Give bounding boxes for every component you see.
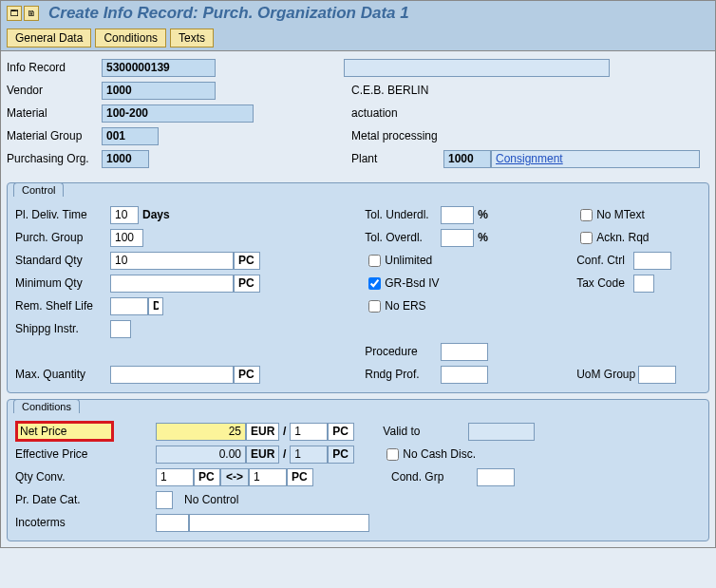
tol-overdl-input[interactable] bbox=[441, 229, 474, 247]
max-qty-input[interactable] bbox=[110, 366, 234, 384]
unlimited-check[interactable] bbox=[368, 255, 381, 267]
tab-texts[interactable]: Texts bbox=[170, 28, 214, 47]
procedure-input[interactable] bbox=[441, 343, 488, 361]
control-panel-title: Control bbox=[13, 182, 64, 197]
info-record-label: Info Record bbox=[7, 61, 102, 74]
qty-conv-unit-1[interactable] bbox=[194, 468, 220, 486]
qty-conv-2[interactable] bbox=[249, 468, 287, 486]
purch-group-label: Purch. Group bbox=[15, 231, 110, 244]
pct-unit-1: % bbox=[478, 208, 488, 221]
pr-date-cat-input[interactable] bbox=[156, 491, 173, 509]
no-control-text: No Control bbox=[184, 493, 238, 506]
conditions-panel: Conditions Net Price / Valid to Effectiv… bbox=[7, 399, 709, 541]
cond-grp-label: Cond. Grp bbox=[391, 470, 477, 484]
pr-date-cat-label: Pr. Date Cat. bbox=[15, 493, 156, 506]
min-qty-input[interactable] bbox=[110, 275, 234, 293]
no-cash-disc-label: No Cash Disc. bbox=[403, 447, 476, 461]
net-price-per[interactable] bbox=[290, 423, 328, 441]
qty-conv-unit-2[interactable] bbox=[287, 468, 313, 486]
tol-underdl-label: Tol. Underdl. bbox=[365, 208, 441, 221]
min-qty-unit[interactable] bbox=[234, 275, 260, 293]
std-qty-input[interactable] bbox=[110, 252, 234, 270]
material-field: 100-200 bbox=[102, 104, 254, 123]
shipg-instr-input[interactable] bbox=[110, 320, 131, 338]
ackn-label: Ackn. Rqd bbox=[596, 231, 649, 244]
conf-ctrl-input[interactable] bbox=[633, 252, 671, 270]
nomtext-check[interactable] bbox=[580, 209, 593, 221]
tol-overdl-label: Tol. Overdl. bbox=[365, 231, 441, 244]
grbsd-label: GR-Bsd IV bbox=[385, 276, 439, 290]
qty-conv-1[interactable] bbox=[156, 468, 194, 486]
days-unit: Days bbox=[142, 208, 170, 221]
effective-price-label: Effective Price bbox=[15, 447, 156, 461]
plant-label: Plant bbox=[344, 152, 443, 165]
vendor-label: Vendor bbox=[7, 84, 102, 97]
procedure-label: Procedure bbox=[365, 345, 441, 358]
plant-field: 1000 bbox=[443, 150, 491, 168]
incoterms-text-input[interactable] bbox=[189, 514, 369, 532]
purch-group-input[interactable] bbox=[110, 229, 143, 247]
ackn-check[interactable] bbox=[580, 232, 593, 244]
qty-conv-label: Qty Conv. bbox=[15, 470, 156, 484]
plant-type-link[interactable]: Consignment bbox=[491, 150, 700, 168]
vendor-field: 1000 bbox=[102, 82, 216, 100]
grbsd-check[interactable] bbox=[368, 277, 381, 290]
shelf-life-input[interactable] bbox=[110, 297, 148, 315]
tol-underdl-input[interactable] bbox=[441, 206, 474, 224]
max-qty-unit[interactable] bbox=[234, 366, 260, 384]
title-bar: 🗔 🗎 Create Info Record: Purch. Organizat… bbox=[1, 1, 715, 26]
cond-grp-input[interactable] bbox=[477, 468, 515, 486]
deliv-time-input[interactable] bbox=[110, 206, 139, 224]
effective-price-unit: PC bbox=[328, 446, 354, 464]
unlimited-label: Unlimited bbox=[385, 254, 432, 267]
pct-unit-2: % bbox=[478, 231, 488, 244]
page-title: Create Info Record: Purch. Organization … bbox=[48, 4, 409, 23]
max-qty-label: Max. Quantity bbox=[15, 368, 110, 381]
deliv-time-label: Pl. Deliv. Time bbox=[15, 208, 110, 221]
tab-conditions[interactable]: Conditions bbox=[95, 28, 166, 47]
purch-org-label: Purchasing Org. bbox=[7, 152, 102, 165]
icon-btn-1[interactable]: 🗔 bbox=[7, 6, 22, 21]
net-price-input[interactable] bbox=[156, 423, 246, 441]
incoterms-code-input[interactable] bbox=[156, 514, 189, 532]
qty-conv-arrow: <-> bbox=[220, 468, 249, 486]
icon-btn-2[interactable]: 🗎 bbox=[24, 6, 39, 21]
effective-price-value: 0.00 bbox=[156, 446, 246, 464]
tax-code-input[interactable] bbox=[633, 275, 654, 293]
valid-to-field bbox=[468, 423, 535, 441]
std-qty-unit[interactable] bbox=[234, 252, 260, 270]
no-cash-disc-check[interactable] bbox=[386, 448, 399, 461]
shipg-instr-label: Shippg Instr. bbox=[15, 322, 110, 335]
slash-2: / bbox=[283, 447, 286, 461]
rndg-prof-label: Rndg Prof. bbox=[365, 368, 441, 381]
info-record-desc-field bbox=[344, 59, 610, 77]
rndg-prof-input[interactable] bbox=[441, 366, 488, 384]
effective-price-per: 1 bbox=[290, 446, 328, 464]
noers-label: No ERS bbox=[385, 299, 425, 313]
nomtext-label: No MText bbox=[596, 208, 645, 221]
vendor-desc: C.E.B. BERLIN bbox=[344, 84, 428, 97]
net-price-curr[interactable] bbox=[246, 423, 279, 441]
std-qty-label: Standard Qty bbox=[15, 254, 110, 267]
uom-group-input[interactable] bbox=[638, 366, 676, 384]
net-price-label: Net Price bbox=[18, 424, 111, 439]
conf-ctrl-label: Conf. Ctrl bbox=[576, 254, 633, 267]
slash-1: / bbox=[283, 425, 286, 438]
control-panel: Control Pl. Deliv. Time Days Purch. Grou… bbox=[7, 182, 709, 393]
incoterms-label: Incoterms bbox=[15, 516, 156, 529]
effective-price-curr: EUR bbox=[246, 446, 279, 464]
app-window: 🗔 🗎 Create Info Record: Purch. Organizat… bbox=[0, 0, 716, 548]
shelf-life-label: Rem. Shelf Life bbox=[15, 299, 110, 313]
tab-general-data[interactable]: General Data bbox=[7, 28, 91, 47]
noers-check[interactable] bbox=[368, 300, 381, 313]
material-group-label: Material Group bbox=[7, 129, 102, 142]
shelf-life-unit[interactable] bbox=[148, 297, 163, 315]
header-section: Info Record 5300000139 Vendor 1000 C.E.B… bbox=[1, 51, 715, 177]
material-group-desc: Metal processing bbox=[344, 129, 438, 142]
net-price-unit[interactable] bbox=[328, 423, 354, 441]
toolbar-icons: 🗔 🗎 bbox=[7, 6, 39, 21]
purch-org-field: 1000 bbox=[102, 150, 149, 168]
material-desc: actuation bbox=[344, 106, 398, 120]
min-qty-label: Minimum Qty bbox=[15, 276, 110, 290]
net-price-highlight: Net Price bbox=[15, 421, 114, 442]
